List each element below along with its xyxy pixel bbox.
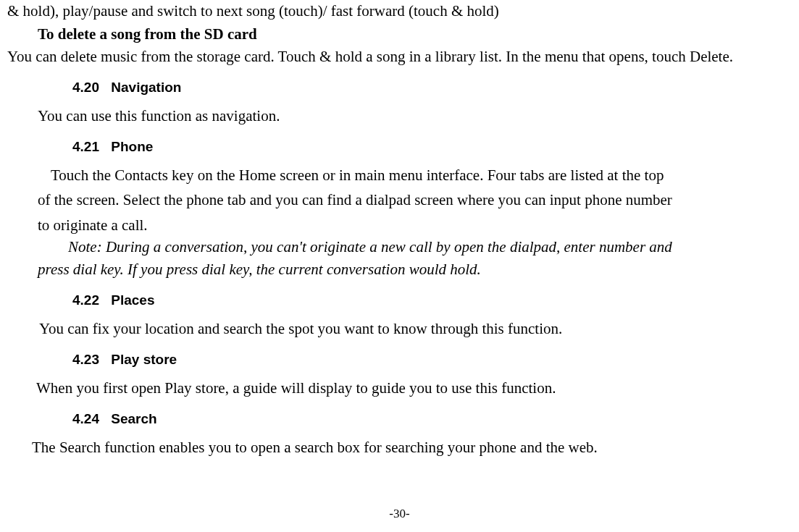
section-heading-navigation: 4.20 Navigation (72, 77, 792, 98)
search-body: The Search function enables you to open … (32, 436, 792, 458)
document-page: & hold), play/pause and switch to next s… (7, 0, 792, 532)
section-number: 4.21 (72, 137, 107, 157)
section-number: 4.22 (72, 290, 107, 311)
delete-body: You can delete music from the storage ca… (42, 46, 792, 67)
section-number: 4.24 (72, 409, 107, 429)
section-title: Phone (111, 139, 153, 154)
phone-body-line: of the screen. Select the phone tab and … (38, 189, 792, 211)
section-number: 4.20 (72, 77, 107, 98)
places-body: You can fix your location and search the… (39, 318, 792, 339)
section-title: Navigation (111, 80, 181, 95)
section-heading-search: 4.24 Search (72, 409, 792, 429)
phone-note-line: Note: During a conversation, you can't o… (38, 236, 792, 258)
section-heading-playstore: 4.23 Play store (72, 350, 792, 370)
section-title: Search (111, 411, 156, 426)
section-title: Places (111, 292, 154, 308)
section-heading-phone: 4.21 Phone (72, 137, 792, 157)
phone-note-line: press dial key. If you press dial key, t… (38, 258, 792, 280)
delete-heading: To delete a song from the SD card (38, 23, 792, 45)
page-number: -30- (7, 505, 792, 523)
phone-body-line: Touch the Contacts key on the Home scree… (38, 164, 792, 186)
navigation-body: You can use this function as navigation. (38, 105, 792, 127)
section-title: Play store (111, 352, 177, 367)
fragment-line: & hold), play/pause and switch to next s… (7, 0, 792, 22)
section-heading-places: 4.22 Places (72, 290, 792, 311)
section-number: 4.23 (72, 350, 107, 370)
phone-body-line: to originate a call. (38, 214, 792, 236)
playstore-body: When you first open Play store, a guide … (36, 377, 792, 399)
